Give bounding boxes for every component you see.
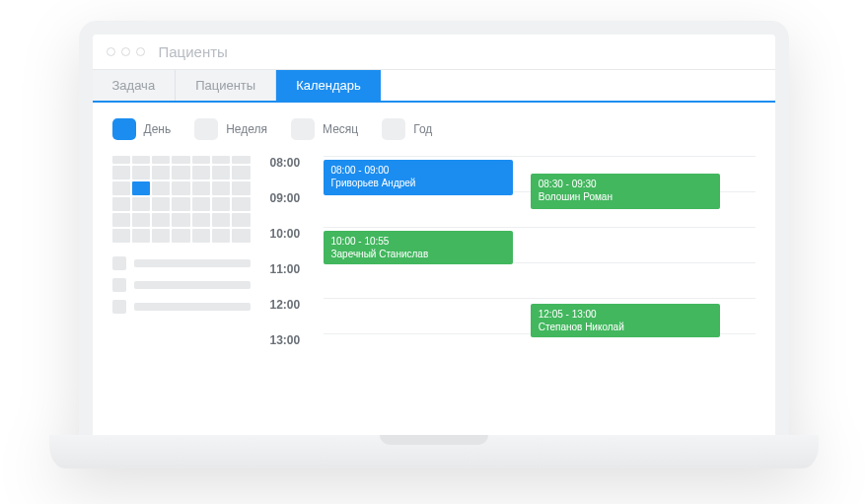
laptop-base (49, 435, 819, 468)
time-label: 12:00 (270, 298, 314, 333)
mini-cal-day[interactable] (112, 229, 130, 243)
window-controls (107, 47, 145, 56)
mini-cal-day[interactable] (152, 213, 170, 227)
view-toggle-label: День (144, 122, 172, 136)
mini-cal-day[interactable] (112, 197, 130, 211)
main-layout: 08:00 09:00 10:00 11:00 12:00 13:00 (112, 156, 756, 435)
sidebar (112, 156, 251, 435)
time-label: 09:00 (270, 191, 314, 227)
time-label: 10:00 (270, 227, 314, 262)
mini-cal-day[interactable] (212, 229, 230, 243)
mini-cal-day[interactable] (132, 166, 150, 180)
app-window: Пациенты Задача Пациенты Календарь День … (93, 35, 775, 435)
mini-cal-day[interactable] (232, 166, 250, 180)
event-patient-name: Волошин Роман (539, 190, 713, 203)
laptop-notch (380, 435, 488, 445)
content-area: День Неделя Месяц Год (93, 103, 775, 435)
event-time: 12:05 - 13:00 (539, 308, 713, 321)
time-label: 11:00 (270, 262, 314, 298)
tab-bar: Задача Пациенты Календарь (93, 70, 775, 103)
mini-cal-day[interactable] (192, 181, 210, 195)
mini-cal-day[interactable] (112, 181, 130, 195)
view-toggle-group: День Неделя Месяц Год (112, 118, 756, 140)
mini-cal-day[interactable] (172, 213, 189, 227)
window-title: Пациенты (159, 43, 228, 60)
mini-cal-day[interactable] (212, 166, 230, 180)
time-label: 13:00 (270, 333, 314, 369)
laptop-mockup: Пациенты Задача Пациенты Календарь День … (49, 21, 819, 484)
event-time: 08:00 - 09:00 (331, 164, 506, 177)
mini-cal-day[interactable] (192, 213, 210, 227)
mini-cal-day[interactable] (132, 229, 150, 243)
mini-cal-day[interactable] (112, 213, 130, 227)
mini-cal-day[interactable] (152, 229, 170, 243)
mini-cal-day[interactable] (172, 197, 189, 211)
sidebar-list (112, 256, 251, 314)
view-toggle-week[interactable]: Неделя (194, 118, 267, 140)
view-toggle-day[interactable]: День (112, 118, 172, 140)
event-time: 10:00 - 10:55 (331, 235, 506, 248)
toggle-box-icon (291, 118, 315, 140)
mini-cal-day[interactable] (112, 166, 130, 180)
tab-calendar[interactable]: Календарь (276, 70, 381, 101)
mini-cal-day[interactable] (152, 181, 170, 195)
events-grid[interactable]: 08:00 - 09:00Гриворьев Андрей08:30 - 09:… (324, 156, 756, 435)
view-toggle-label: Год (413, 122, 432, 136)
mini-cal-day[interactable] (232, 181, 250, 195)
screen-frame: Пациенты Задача Пациенты Календарь День … (79, 21, 789, 435)
calendar-event[interactable]: 08:30 - 09:30Волошин Роман (531, 174, 721, 209)
mini-cal-day[interactable] (172, 229, 189, 243)
time-column: 08:00 09:00 10:00 11:00 12:00 13:00 (270, 156, 314, 435)
toggle-box-icon (194, 118, 218, 140)
calendar-event[interactable]: 12:05 - 13:00Степанов Николай (531, 304, 721, 337)
list-item[interactable] (112, 300, 251, 314)
event-patient-name: Гриворьев Андрей (331, 177, 506, 189)
mini-cal-day[interactable] (192, 197, 210, 211)
time-label: 08:00 (270, 156, 314, 191)
list-item[interactable] (112, 256, 251, 270)
list-item[interactable] (112, 278, 251, 292)
mini-cal-day[interactable] (172, 181, 189, 195)
tab-patients[interactable]: Пациенты (176, 70, 276, 101)
view-toggle-month[interactable]: Месяц (291, 118, 358, 140)
mini-cal-day-selected[interactable] (132, 181, 150, 195)
mini-cal-day[interactable] (212, 213, 230, 227)
titlebar: Пациенты (93, 35, 775, 70)
mini-cal-day[interactable] (232, 229, 250, 243)
mini-cal-day[interactable] (192, 229, 210, 243)
toggle-box-icon (112, 118, 136, 140)
close-icon[interactable] (107, 47, 115, 56)
mini-cal-day[interactable] (172, 166, 189, 180)
view-toggle-label: Неделя (226, 122, 267, 136)
view-toggle-year[interactable]: Год (382, 118, 432, 140)
mini-cal-day[interactable] (192, 166, 210, 180)
mini-calendar[interactable] (112, 156, 251, 243)
view-toggle-label: Месяц (323, 122, 358, 136)
maximize-icon[interactable] (136, 47, 145, 56)
mini-cal-day[interactable] (232, 213, 250, 227)
toggle-box-icon (382, 118, 405, 140)
calendar-event[interactable]: 08:00 - 09:00Гриворьев Андрей (324, 160, 514, 195)
event-time: 08:30 - 09:30 (539, 178, 713, 190)
minimize-icon[interactable] (121, 47, 130, 56)
mini-cal-day[interactable] (132, 197, 150, 211)
mini-cal-day[interactable] (212, 181, 230, 195)
mini-cal-day[interactable] (232, 197, 250, 211)
calendar-event[interactable]: 10:00 - 10:55Заречный Станислав (324, 231, 514, 264)
schedule: 08:00 09:00 10:00 11:00 12:00 13:00 (270, 156, 756, 435)
event-patient-name: Степанов Николай (539, 321, 713, 333)
mini-cal-day[interactable] (212, 197, 230, 211)
mini-cal-day[interactable] (152, 197, 170, 211)
mini-cal-day[interactable] (152, 166, 170, 180)
event-patient-name: Заречный Станислав (331, 248, 506, 260)
mini-cal-day[interactable] (132, 213, 150, 227)
tab-tasks[interactable]: Задача (93, 70, 177, 101)
